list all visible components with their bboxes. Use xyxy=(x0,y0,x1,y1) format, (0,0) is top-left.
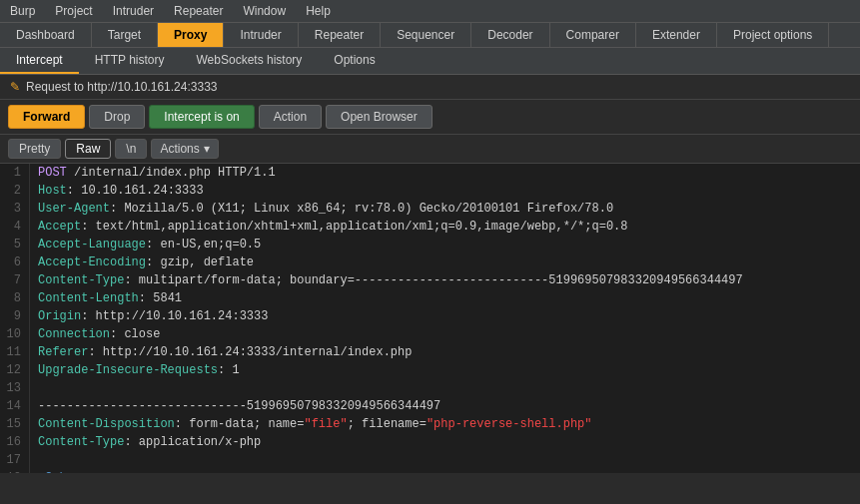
line-number: 10 xyxy=(0,325,30,343)
code-line: 1POST /internal/index.php HTTP/1.1 xyxy=(0,164,860,182)
line-content: Accept-Language: en-US,en;q=0.5 xyxy=(38,236,261,253)
tab-decoder[interactable]: Decoder xyxy=(471,23,549,47)
code-line: 5Accept-Language: en-US,en;q=0.5 xyxy=(0,236,860,253)
line-content: Host: 10.10.161.24:3333 xyxy=(38,182,204,200)
drop-button[interactable]: Drop xyxy=(89,105,145,129)
line-number: 3 xyxy=(0,200,30,218)
raw-button[interactable]: Raw xyxy=(65,139,111,159)
line-content xyxy=(38,451,45,469)
code-line: 3User-Agent: Mozilla/5.0 (X11; Linux x86… xyxy=(0,200,860,218)
line-content: Content-Type: application/x-php xyxy=(38,433,261,451)
tab-dashboard[interactable]: Dashboard xyxy=(0,23,92,47)
code-line: 12Upgrade-Insecure-Requests: 1 xyxy=(0,361,860,379)
tab-proxy[interactable]: Proxy xyxy=(158,23,224,47)
menu-project[interactable]: Project xyxy=(51,2,96,20)
code-line: 7Content-Type: multipart/form-data; boun… xyxy=(0,271,860,289)
tab-extender[interactable]: Extender xyxy=(636,23,717,47)
line-number: 9 xyxy=(0,307,30,325)
open-browser-button[interactable]: Open Browser xyxy=(326,105,432,129)
view-bar: Pretty Raw \n Actions ▾ xyxy=(0,135,860,164)
line-content: Content-Disposition: form-data; name="fi… xyxy=(38,415,592,433)
tab-repeater[interactable]: Repeater xyxy=(299,23,381,47)
line-number: 13 xyxy=(0,379,30,397)
menu-window[interactable]: Window xyxy=(239,2,290,20)
forward-button[interactable]: Forward xyxy=(8,105,85,129)
code-line: 18<?php xyxy=(0,469,860,473)
line-number: 2 xyxy=(0,182,30,200)
line-number: 8 xyxy=(0,289,30,307)
line-number: 12 xyxy=(0,361,30,379)
edit-icon: ✎ xyxy=(10,80,20,94)
code-line: 13 xyxy=(0,379,860,397)
menu-repeater[interactable]: Repeater xyxy=(170,2,227,20)
tab-intercept[interactable]: Intercept xyxy=(0,48,79,74)
line-content: Accept-Encoding: gzip, deflate xyxy=(38,253,254,271)
line-number: 7 xyxy=(0,271,30,289)
code-line: 15Content-Disposition: form-data; name="… xyxy=(0,415,860,433)
line-number: 18 xyxy=(0,469,30,473)
line-content: Origin: http://10.10.161.24:3333 xyxy=(38,307,268,325)
menu-burp[interactable]: Burp xyxy=(6,2,39,20)
line-content: Connection: close xyxy=(38,325,160,343)
line-content: -----------------------------51996950798… xyxy=(38,397,440,415)
code-line: 16Content-Type: application/x-php xyxy=(0,433,860,451)
line-number: 1 xyxy=(0,164,30,182)
line-number: 14 xyxy=(0,397,30,415)
action-bar: Forward Drop Intercept is on Action Open… xyxy=(0,100,860,135)
code-line: 4Accept: text/html,application/xhtml+xml… xyxy=(0,218,860,236)
code-line: 2Host: 10.10.161.24:3333 xyxy=(0,182,860,200)
tab-comparer[interactable]: Comparer xyxy=(550,23,636,47)
line-content: Accept: text/html,application/xhtml+xml,… xyxy=(38,218,628,236)
tab-target[interactable]: Target xyxy=(92,23,158,47)
line-number: 5 xyxy=(0,236,30,253)
code-line: 10Connection: close xyxy=(0,325,860,343)
intercept-toggle[interactable]: Intercept is on xyxy=(149,105,254,129)
line-number: 6 xyxy=(0,253,30,271)
code-line: 9Origin: http://10.10.161.24:3333 xyxy=(0,307,860,325)
code-line: 17 xyxy=(0,451,860,469)
line-content: Content-Type: multipart/form-data; bound… xyxy=(38,271,743,289)
code-line: 14-----------------------------519969507… xyxy=(0,397,860,415)
line-number: 4 xyxy=(0,218,30,236)
line-content xyxy=(38,379,45,397)
tab-project-options[interactable]: Project options xyxy=(717,23,829,47)
action-button[interactable]: Action xyxy=(259,105,322,129)
line-content: Referer: http://10.10.161.24:3333/intern… xyxy=(38,343,412,361)
request-info-text: Request to http://10.10.161.24:3333 xyxy=(26,80,217,94)
menu-help[interactable]: Help xyxy=(302,2,335,20)
tab-sequencer[interactable]: Sequencer xyxy=(381,23,471,47)
actions-dropdown[interactable]: Actions ▾ xyxy=(151,139,218,159)
code-line: 11Referer: http://10.10.161.24:3333/inte… xyxy=(0,343,860,361)
code-line: 8Content-Length: 5841 xyxy=(0,289,860,307)
line-number: 17 xyxy=(0,451,30,469)
line-number: 16 xyxy=(0,433,30,451)
tab-http-history[interactable]: HTTP history xyxy=(79,48,181,74)
line-content: Upgrade-Insecure-Requests: 1 xyxy=(38,361,240,379)
line-number: 15 xyxy=(0,415,30,433)
tab-websockets-history[interactable]: WebSockets history xyxy=(181,48,319,74)
line-content: Content-Length: 5841 xyxy=(38,289,182,307)
line-content: <?php xyxy=(38,469,74,473)
line-content: User-Agent: Mozilla/5.0 (X11; Linux x86_… xyxy=(38,200,613,218)
tab-intruder[interactable]: Intruder xyxy=(224,23,298,47)
pretty-button[interactable]: Pretty xyxy=(8,139,61,159)
menu-intruder[interactable]: Intruder xyxy=(109,2,158,20)
chevron-down-icon: ▾ xyxy=(204,142,210,156)
request-info-bar: ✎ Request to http://10.10.161.24:3333 xyxy=(0,75,860,100)
line-content: POST /internal/index.php HTTP/1.1 xyxy=(38,164,276,182)
actions-label: Actions xyxy=(160,142,199,156)
secondary-tab-bar: Intercept HTTP history WebSockets histor… xyxy=(0,48,860,75)
menu-bar: Burp Project Intruder Repeater Window He… xyxy=(0,0,860,23)
ln-button[interactable]: \n xyxy=(115,139,147,159)
code-line: 6Accept-Encoding: gzip, deflate xyxy=(0,253,860,271)
primary-tab-bar: Dashboard Target Proxy Intruder Repeater… xyxy=(0,23,860,48)
tab-options[interactable]: Options xyxy=(318,48,391,74)
code-content[interactable]: 1POST /internal/index.php HTTP/1.12Host:… xyxy=(0,164,860,473)
line-number: 11 xyxy=(0,343,30,361)
